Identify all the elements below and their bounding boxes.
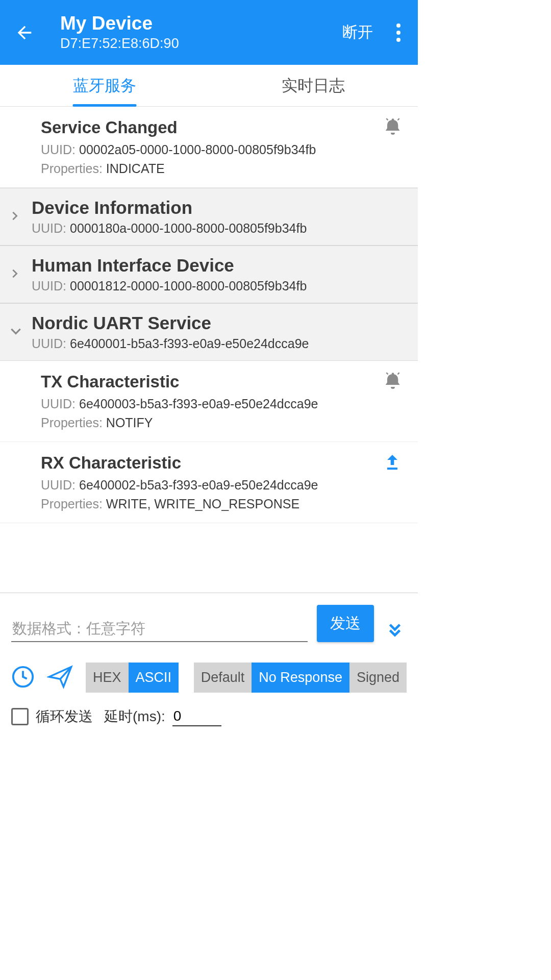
service-name: Device Information (32, 198, 408, 218)
uuid-line: UUID: 6e400003-b5a3-f393-e0a9-e50e24dcca… (41, 397, 397, 411)
tab-logs[interactable]: 实时日志 (209, 65, 418, 106)
properties-line: Properties: WRITE, WRITE_NO_RESPONSE (41, 497, 397, 511)
quick-send-button[interactable] (47, 664, 73, 692)
service-name: Nordic UART Service (32, 313, 408, 333)
app-header: My Device D7:E7:52:E8:6D:90 断开 (0, 0, 418, 65)
more-vert-icon (396, 23, 400, 42)
chevron-right-icon (9, 268, 20, 281)
service-row[interactable]: Device InformationUUID: 0000180a-0000-10… (0, 188, 418, 246)
notify-toggle-button[interactable] (383, 117, 403, 138)
write-mode-segment: DefaultNo ResponseSigned (194, 663, 407, 693)
uuid-line: UUID: 00001812-0000-1000-8000-00805f9b34… (32, 279, 408, 293)
chevron-down-icon (9, 325, 22, 340)
uuid-line: UUID: 6e400002-b5a3-f393-e0a9-e50e24dcca… (41, 478, 397, 493)
uuid-line: UUID: 00002a05-0000-1000-8000-00805f9b34… (41, 142, 397, 157)
paper-plane-icon (47, 664, 73, 690)
service-row[interactable]: Nordic UART ServiceUUID: 6e400001-b5a3-f… (0, 303, 418, 361)
svg-rect-3 (387, 468, 397, 470)
delay-label: 延时(ms): (104, 707, 165, 726)
characteristic-name: TX Characteristic (41, 372, 397, 391)
send-input[interactable] (11, 616, 308, 642)
characteristic-row[interactable]: Service ChangedUUID: 00002a05-0000-1000-… (0, 107, 418, 188)
send-button[interactable]: 发送 (317, 605, 374, 642)
notify-toggle-button[interactable] (383, 371, 403, 393)
title-block: My Device D7:E7:52:E8:6D:90 (40, 13, 342, 52)
tabs: 蓝牙服务 实时日志 (0, 65, 418, 107)
page-title: My Device (60, 13, 342, 34)
write-option-no-response[interactable]: No Response (252, 663, 349, 693)
more-menu-button[interactable] (388, 23, 409, 42)
tab-services[interactable]: 蓝牙服务 (0, 65, 209, 106)
properties-line: Properties: INDICATE (41, 161, 397, 176)
characteristic-row[interactable]: TX CharacteristicUUID: 6e400003-b5a3-f39… (0, 361, 418, 442)
loop-send-label: 循环发送 (36, 707, 93, 726)
expand-down-button[interactable] (383, 621, 407, 642)
svg-point-1 (396, 31, 400, 35)
svg-point-2 (396, 38, 400, 42)
write-button[interactable] (382, 452, 403, 475)
write-option-signed[interactable]: Signed (349, 663, 407, 693)
characteristic-name: Service Changed (41, 118, 397, 137)
chevron-right-icon (9, 210, 20, 224)
arrow-left-icon (14, 22, 35, 43)
service-name: Human Interface Device (32, 255, 408, 276)
device-mac: D7:E7:52:E8:6D:90 (60, 36, 342, 52)
uuid-line: UUID: 6e400001-b5a3-f393-e0a9-e50e24dcca… (32, 336, 408, 351)
loop-send-checkbox[interactable] (11, 708, 29, 725)
svg-point-0 (396, 23, 400, 28)
disconnect-button[interactable]: 断开 (342, 22, 373, 43)
uuid-line: UUID: 0000180a-0000-1000-8000-00805f9b34… (32, 221, 408, 236)
characteristic-row[interactable]: RX CharacteristicUUID: 6e400002-b5a3-f39… (0, 442, 418, 523)
format-option-ascii[interactable]: ASCII (129, 663, 179, 693)
delay-input[interactable] (172, 707, 221, 726)
double-chevron-down-icon (385, 621, 405, 640)
clock-icon (11, 665, 35, 689)
back-button[interactable] (9, 22, 40, 43)
send-panel: 发送 HEXASCII DefaultNo ResponseSigned 循环发… (0, 593, 418, 743)
format-option-hex[interactable]: HEX (86, 663, 129, 693)
format-segment: HEXASCII (86, 663, 179, 693)
properties-line: Properties: NOTIFY (41, 415, 397, 430)
characteristic-name: RX Characteristic (41, 453, 397, 473)
history-button[interactable] (11, 665, 35, 691)
service-row[interactable]: Human Interface DeviceUUID: 00001812-000… (0, 246, 418, 303)
service-list[interactable]: Service ChangedUUID: 00002a05-0000-1000-… (0, 107, 418, 593)
write-option-default[interactable]: Default (194, 663, 252, 693)
